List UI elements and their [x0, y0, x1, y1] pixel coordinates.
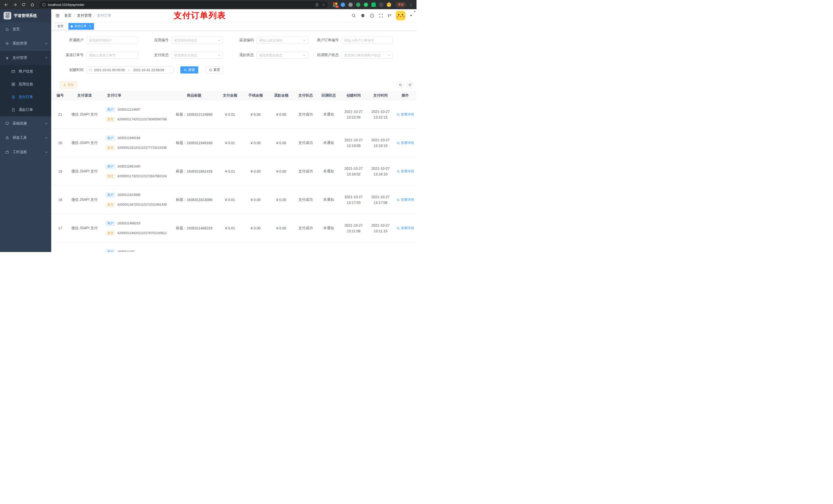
sidebar-item-merchant-info[interactable]: 商户信息 — [0, 65, 51, 78]
browser-menu-icon[interactable]: ⋮ — [408, 2, 414, 7]
monitor-icon — [5, 121, 9, 125]
pay-tag: 支付 — [105, 202, 115, 207]
filter-label: 回调商户状态 — [313, 53, 339, 57]
cell-pay-time: 2021-10-2713:18:10 — [367, 166, 394, 177]
forward-arrow-icon — [13, 3, 17, 7]
filter-input[interactable] — [174, 39, 217, 42]
browser-home-button[interactable] — [29, 1, 36, 8]
chevron-up-icon — [45, 56, 48, 59]
bookmark-star-icon[interactable]: ☆ — [322, 3, 325, 7]
browser-update-button[interactable]: 更新 — [395, 2, 406, 7]
fullscreen-icon[interactable] — [379, 13, 383, 18]
view-detail-link[interactable]: 查看详情 — [397, 197, 414, 202]
filter-control[interactable] — [87, 51, 138, 58]
avatar-caret-icon[interactable] — [410, 15, 412, 16]
export-button[interactable]: 导出 — [60, 81, 77, 88]
font-size-icon[interactable]: TT — [387, 14, 391, 18]
pay-order-no: 4200001181202110277723215336 — [117, 146, 167, 149]
share-icon[interactable] — [315, 3, 319, 7]
breadcrumb-payment[interactable]: 支付管理 — [77, 13, 91, 18]
cell-fee: ¥ 0.00 — [243, 169, 268, 173]
extension-icon-6[interactable] — [372, 3, 376, 7]
reset-button[interactable]: 重置 — [206, 66, 223, 73]
chevron-down-icon — [45, 137, 48, 139]
chevron-down-icon — [303, 54, 306, 56]
view-detail-link[interactable]: 查看详情 — [397, 226, 414, 231]
filter-control[interactable] — [257, 51, 308, 58]
top-navbar: 首页 / 支付管理 / 支付订单 支付订单列表 ? — [51, 9, 416, 22]
pay-tag: 支付 — [105, 174, 115, 179]
merchant-tag: 商户 — [105, 107, 115, 112]
sidebar-item-infra[interactable]: 基础设施 — [0, 116, 51, 130]
cell-pay-order: 商户 1635311949168 支付 42000011812021102777… — [100, 136, 171, 150]
app-logo[interactable]: 芋道管理系统 — [0, 9, 51, 22]
sidebar-item-refund-order[interactable]: 退款订单 — [0, 103, 51, 116]
pay-tag: 支付 — [105, 145, 115, 150]
sidebar-item-dev-tools[interactable]: 研发工具 — [0, 130, 51, 145]
search-icon[interactable] — [352, 13, 356, 18]
tab-home[interactable]: 首页 — [55, 23, 66, 30]
avatar[interactable] — [396, 11, 405, 21]
filter-input[interactable] — [344, 53, 387, 57]
create-time-label: 创建时间 — [58, 68, 84, 72]
browser-forward-button[interactable] — [11, 1, 19, 8]
sidebar-item-system[interactable]: 系统管理 — [0, 37, 51, 51]
browser-reload-button[interactable] — [20, 1, 27, 8]
sidebar-item-app-info[interactable]: 应用信息 — [0, 78, 51, 91]
browser-back-button[interactable] — [3, 1, 10, 8]
filter-control[interactable] — [342, 51, 393, 58]
filter-input[interactable] — [259, 39, 302, 42]
filter-control[interactable] — [257, 37, 308, 44]
pay-tag: 支付 — [105, 117, 115, 122]
filter-control[interactable] — [172, 51, 223, 58]
hamburger-icon[interactable] — [55, 13, 60, 18]
sidebar-item-home[interactable]: 首页 — [0, 22, 51, 37]
header-channel: 支付渠道 — [69, 93, 100, 98]
extension-icon-5[interactable]: ✓ — [364, 3, 368, 7]
extension-icon-3[interactable] — [348, 3, 353, 7]
close-icon[interactable]: × — [88, 25, 92, 28]
filter-input[interactable] — [89, 39, 136, 42]
table-row-3: 18 微信 JSAPI 支付 商户 1635311823086 支付 42000… — [51, 186, 416, 214]
address-bar[interactable]: localhost:1024/pay/order ☆ — [40, 1, 328, 8]
view-detail-link[interactable]: 查看详情 — [397, 112, 414, 117]
cell-channel: 微信 JSAPI 支付 — [69, 226, 100, 231]
sidebar-item-workflow[interactable]: 工作流程 — [0, 145, 51, 159]
refresh-button[interactable] — [406, 81, 413, 88]
filter-control[interactable] — [172, 37, 223, 44]
site-info-icon[interactable] — [42, 3, 46, 7]
sidebar-item-payment[interactable]: ¥ 支付管理 — [0, 51, 51, 65]
cell-amount: ¥ 0.01 — [217, 226, 243, 230]
filter-input[interactable] — [174, 53, 217, 57]
view-detail-link[interactable]: 查看详情 — [397, 169, 414, 174]
breadcrumb-home[interactable]: 首页 — [64, 13, 71, 18]
filter-field-app-no: 应用编号 — [143, 37, 223, 44]
help-icon[interactable]: ? — [370, 13, 374, 18]
date-range-input[interactable]: 2021-10-01 00:00:00 - 2021-10-31 23:59:5… — [87, 66, 174, 73]
extension-badge: 10 — [335, 5, 339, 8]
extension-icon-2[interactable] — [341, 3, 345, 7]
cell-notify: 未通知 — [317, 169, 340, 174]
url-text[interactable]: localhost:1024/pay/order — [48, 3, 313, 7]
filter-input[interactable] — [344, 39, 390, 42]
cell-fee: ¥ 0.00 — [243, 198, 268, 202]
toggle-search-button[interactable] — [397, 81, 404, 88]
search-button[interactable]: 搜索 — [180, 66, 198, 73]
view-detail-link[interactable]: 查看详情 — [397, 141, 414, 145]
sidebar-item-pay-order[interactable]: 支付订单 — [0, 91, 51, 103]
cell-title: 标题：1635311949168 — [171, 141, 217, 145]
filter-input[interactable] — [89, 53, 136, 57]
extension-icon-7[interactable] — [379, 3, 383, 7]
github-icon[interactable] — [360, 13, 365, 18]
filter-label: 支付状态 — [143, 53, 169, 57]
tab-pay-order[interactable]: 支付订单 × — [68, 23, 94, 30]
scrollbar-up-arrow[interactable] — [414, 10, 416, 12]
filter-control[interactable] — [87, 37, 138, 44]
filter-control[interactable] — [342, 37, 393, 44]
clock-icon — [89, 68, 93, 72]
extension-icon-1[interactable]: 10 — [333, 3, 337, 7]
extension-icon-8[interactable] — [387, 3, 391, 7]
cell-channel: 微信 JSAPI 支付 — [69, 197, 100, 202]
filter-input[interactable] — [259, 53, 302, 57]
extension-icon-4[interactable] — [356, 3, 360, 7]
